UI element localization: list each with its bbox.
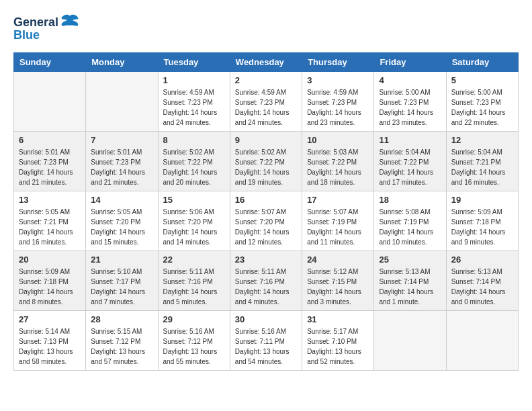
calendar-cell: 25Sunrise: 5:13 AMSunset: 7:14 PMDayligh…: [374, 251, 446, 311]
calendar-cell: 6Sunrise: 5:01 AMSunset: 7:23 PMDaylight…: [14, 132, 86, 191]
calendar-cell: 18Sunrise: 5:08 AMSunset: 7:19 PMDayligh…: [374, 191, 446, 251]
calendar-cell: 31Sunrise: 5:17 AMSunset: 7:10 PMDayligh…: [302, 311, 374, 371]
day-number: 26: [451, 255, 513, 265]
day-info: Sunrise: 5:14 AMSunset: 7:13 PMDaylight:…: [19, 326, 81, 367]
calendar-cell: 28Sunrise: 5:15 AMSunset: 7:12 PMDayligh…: [86, 311, 158, 371]
day-info: Sunrise: 5:16 AMSunset: 7:12 PMDaylight:…: [163, 326, 225, 367]
calendar-cell: 22Sunrise: 5:11 AMSunset: 7:16 PMDayligh…: [158, 251, 230, 311]
weekday-header-tuesday: Tuesday: [158, 53, 230, 72]
day-number: 18: [379, 195, 441, 205]
day-number: 7: [91, 135, 152, 145]
calendar-row-5: 27Sunrise: 5:14 AMSunset: 7:13 PMDayligh…: [14, 311, 519, 371]
header: General Blue: [13, 13, 519, 42]
calendar-cell: 2Sunrise: 4:59 AMSunset: 7:23 PMDaylight…: [230, 72, 302, 132]
day-info: Sunrise: 4:59 AMSunset: 7:23 PMDaylight:…: [163, 87, 225, 128]
day-number: 24: [307, 255, 369, 265]
day-info: Sunrise: 5:16 AMSunset: 7:11 PMDaylight:…: [235, 326, 297, 367]
weekday-header-monday: Monday: [86, 53, 158, 72]
day-number: 4: [379, 75, 441, 85]
day-number: 20: [19, 255, 81, 265]
day-number: 6: [19, 135, 81, 145]
calendar-cell: 15Sunrise: 5:06 AMSunset: 7:20 PMDayligh…: [158, 191, 230, 251]
day-info: Sunrise: 5:01 AMSunset: 7:23 PMDaylight:…: [19, 147, 81, 187]
day-info: Sunrise: 5:04 AMSunset: 7:22 PMDaylight:…: [379, 147, 441, 187]
calendar-row-2: 6Sunrise: 5:01 AMSunset: 7:23 PMDaylight…: [14, 132, 519, 191]
day-info: Sunrise: 5:07 AMSunset: 7:20 PMDaylight:…: [235, 207, 297, 247]
day-info: Sunrise: 5:11 AMSunset: 7:16 PMDaylight:…: [235, 267, 297, 307]
day-info: Sunrise: 5:17 AMSunset: 7:10 PMDaylight:…: [307, 326, 369, 367]
calendar-cell: 21Sunrise: 5:10 AMSunset: 7:17 PMDayligh…: [86, 251, 158, 311]
day-info: Sunrise: 5:09 AMSunset: 7:18 PMDaylight:…: [451, 207, 513, 247]
logo-general: General: [13, 15, 58, 30]
day-info: Sunrise: 5:02 AMSunset: 7:22 PMDaylight:…: [163, 147, 225, 187]
day-info: Sunrise: 5:00 AMSunset: 7:23 PMDaylight:…: [379, 87, 441, 128]
day-info: Sunrise: 5:06 AMSunset: 7:20 PMDaylight:…: [163, 207, 225, 247]
calendar-cell: [374, 311, 446, 371]
calendar-cell: 4Sunrise: 5:00 AMSunset: 7:23 PMDaylight…: [374, 72, 446, 132]
day-info: Sunrise: 5:11 AMSunset: 7:16 PMDaylight:…: [163, 267, 225, 307]
day-number: 3: [307, 75, 369, 85]
calendar-cell: 23Sunrise: 5:11 AMSunset: 7:16 PMDayligh…: [230, 251, 302, 311]
weekday-header-thursday: Thursday: [302, 53, 374, 72]
day-number: 8: [163, 135, 225, 145]
calendar-cell: [14, 72, 86, 132]
day-number: 28: [91, 314, 152, 324]
day-number: 15: [163, 195, 225, 205]
day-number: 13: [19, 195, 81, 205]
day-info: Sunrise: 5:05 AMSunset: 7:20 PMDaylight:…: [91, 207, 152, 247]
day-info: Sunrise: 5:07 AMSunset: 7:19 PMDaylight:…: [307, 207, 369, 247]
calendar-cell: 16Sunrise: 5:07 AMSunset: 7:20 PMDayligh…: [230, 191, 302, 251]
calendar-cell: 26Sunrise: 5:13 AMSunset: 7:14 PMDayligh…: [446, 251, 518, 311]
day-info: Sunrise: 5:01 AMSunset: 7:23 PMDaylight:…: [91, 147, 152, 187]
day-number: 22: [163, 255, 225, 265]
day-info: Sunrise: 4:59 AMSunset: 7:23 PMDaylight:…: [307, 87, 369, 128]
weekday-header-friday: Friday: [374, 53, 446, 72]
day-number: 17: [307, 195, 369, 205]
day-info: Sunrise: 5:04 AMSunset: 7:21 PMDaylight:…: [451, 147, 513, 187]
page: General Blue SundayMondayTuesdayWednesda…: [0, 0, 532, 381]
calendar-cell: 9Sunrise: 5:02 AMSunset: 7:22 PMDaylight…: [230, 132, 302, 191]
day-number: 12: [451, 135, 513, 145]
day-number: 27: [19, 314, 81, 324]
day-number: 23: [235, 255, 297, 265]
logo-blue: Blue: [13, 28, 40, 42]
weekday-header-row: SundayMondayTuesdayWednesdayThursdayFrid…: [14, 53, 519, 72]
calendar-row-4: 20Sunrise: 5:09 AMSunset: 7:18 PMDayligh…: [14, 251, 519, 311]
day-number: 19: [451, 195, 513, 205]
calendar-cell: 14Sunrise: 5:05 AMSunset: 7:20 PMDayligh…: [86, 191, 158, 251]
weekday-header-sunday: Sunday: [14, 53, 86, 72]
day-number: 1: [163, 75, 225, 85]
calendar-cell: 17Sunrise: 5:07 AMSunset: 7:19 PMDayligh…: [302, 191, 374, 251]
calendar-cell: 11Sunrise: 5:04 AMSunset: 7:22 PMDayligh…: [374, 132, 446, 191]
day-number: 16: [235, 195, 297, 205]
calendar-cell: 19Sunrise: 5:09 AMSunset: 7:18 PMDayligh…: [446, 191, 518, 251]
day-info: Sunrise: 5:15 AMSunset: 7:12 PMDaylight:…: [91, 326, 152, 367]
weekday-header-wednesday: Wednesday: [230, 53, 302, 72]
day-number: 30: [235, 314, 297, 324]
day-info: Sunrise: 5:03 AMSunset: 7:22 PMDaylight:…: [307, 147, 369, 187]
calendar-cell: 13Sunrise: 5:05 AMSunset: 7:21 PMDayligh…: [14, 191, 86, 251]
day-number: 9: [235, 135, 297, 145]
day-info: Sunrise: 5:02 AMSunset: 7:22 PMDaylight:…: [235, 147, 297, 187]
day-info: Sunrise: 5:12 AMSunset: 7:15 PMDaylight:…: [307, 267, 369, 307]
calendar-cell: 10Sunrise: 5:03 AMSunset: 7:22 PMDayligh…: [302, 132, 374, 191]
calendar-cell: 1Sunrise: 4:59 AMSunset: 7:23 PMDaylight…: [158, 72, 230, 132]
calendar-table: SundayMondayTuesdayWednesdayThursdayFrid…: [13, 52, 519, 371]
calendar-cell: 7Sunrise: 5:01 AMSunset: 7:23 PMDaylight…: [86, 132, 158, 191]
calendar-cell: [86, 72, 158, 132]
calendar-cell: 3Sunrise: 4:59 AMSunset: 7:23 PMDaylight…: [302, 72, 374, 132]
calendar-cell: 20Sunrise: 5:09 AMSunset: 7:18 PMDayligh…: [14, 251, 86, 311]
weekday-header-saturday: Saturday: [446, 53, 518, 72]
day-info: Sunrise: 5:00 AMSunset: 7:23 PMDaylight:…: [451, 87, 513, 128]
day-info: Sunrise: 4:59 AMSunset: 7:23 PMDaylight:…: [235, 87, 297, 128]
day-number: 25: [379, 255, 441, 265]
day-number: 21: [91, 255, 152, 265]
day-number: 5: [451, 75, 513, 85]
logo: General Blue: [13, 13, 79, 42]
calendar-cell: 8Sunrise: 5:02 AMSunset: 7:22 PMDaylight…: [158, 132, 230, 191]
day-number: 11: [379, 135, 441, 145]
calendar-cell: 29Sunrise: 5:16 AMSunset: 7:12 PMDayligh…: [158, 311, 230, 371]
calendar-cell: 12Sunrise: 5:04 AMSunset: 7:21 PMDayligh…: [446, 132, 518, 191]
day-number: 10: [307, 135, 369, 145]
calendar-row-3: 13Sunrise: 5:05 AMSunset: 7:21 PMDayligh…: [14, 191, 519, 251]
